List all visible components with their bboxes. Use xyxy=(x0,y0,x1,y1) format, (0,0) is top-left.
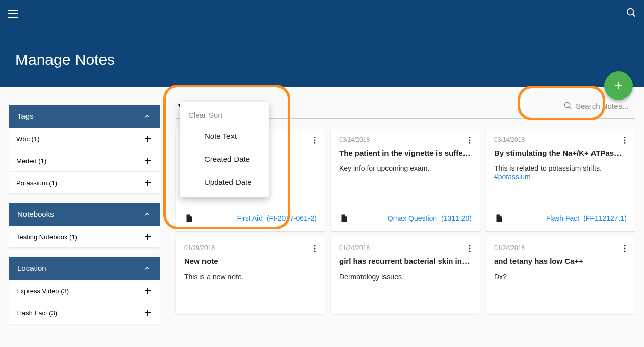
svg-point-22 xyxy=(469,140,471,141)
note-title: and tetany has low Ca++ xyxy=(494,257,627,265)
svg-point-23 xyxy=(469,142,471,144)
svg-point-20 xyxy=(314,142,316,144)
svg-point-21 xyxy=(469,137,471,138)
clear-sort[interactable]: Clear Sort xyxy=(180,106,269,125)
note-date: 01/24/2018 xyxy=(339,244,472,252)
hashtag[interactable]: #potassium xyxy=(494,172,531,181)
note-title: The patient in the vignette is suffe… xyxy=(339,148,472,157)
location-label: Flash Fact (3) xyxy=(16,309,57,317)
note-card[interactable]: 01/24/2018 and tetany has low Ca++ Dx? xyxy=(486,237,635,314)
more-icon[interactable] xyxy=(308,242,321,255)
note-body: Key info for upcoming exam. xyxy=(339,164,472,214)
source-name: Flash Fact xyxy=(546,214,579,222)
panel-title: Tags xyxy=(17,112,34,120)
more-icon[interactable] xyxy=(619,134,631,146)
add-note-button[interactable] xyxy=(604,71,633,100)
tag-item[interactable]: Meded (1) xyxy=(9,150,160,171)
plus-icon[interactable] xyxy=(143,134,152,143)
document-icon xyxy=(184,214,193,223)
note-body: Dx? xyxy=(494,272,627,306)
search-icon[interactable] xyxy=(626,7,637,18)
note-body: This is a new note. xyxy=(184,272,317,306)
note-source[interactable]: Flash Fact (FF112127.1) xyxy=(494,214,627,223)
note-body: This is related to potassium shifts. #po… xyxy=(494,164,627,214)
chevron-up-icon xyxy=(143,112,151,120)
svg-point-25 xyxy=(624,140,626,141)
more-icon[interactable] xyxy=(308,134,321,146)
panel-notebooks: Notebooks Testing Notebook (1) xyxy=(9,203,160,247)
sort-option-updated-date[interactable]: Updated Date xyxy=(180,170,269,193)
note-title: By stimulating the Na+/K+ ATPas… xyxy=(494,148,627,157)
panel-tags: Tags Wbc (1) Meded (1) Potassium (1) xyxy=(9,105,160,193)
panel-title: Location xyxy=(17,264,46,272)
svg-point-35 xyxy=(624,251,626,252)
plus-icon[interactable] xyxy=(143,232,152,241)
note-date: 01/24/2018 xyxy=(494,244,627,252)
note-title: New note xyxy=(184,257,317,265)
more-icon[interactable] xyxy=(619,242,631,255)
tag-label: Wbc (1) xyxy=(16,135,40,143)
svg-point-30 xyxy=(469,245,471,246)
svg-point-18 xyxy=(314,137,316,138)
chevron-up-icon xyxy=(143,264,151,272)
note-date: 01/29/2018 xyxy=(184,244,317,252)
source-name: Qmax Question xyxy=(388,214,437,222)
source-ref: (1311.20) xyxy=(441,214,472,222)
tag-label: Meded (1) xyxy=(16,157,46,165)
note-card[interactable]: 01/24/2018 girl has recurrent bacterial … xyxy=(331,237,480,314)
notebook-item[interactable]: Testing Notebook (1) xyxy=(9,226,160,247)
source-name: First Aid xyxy=(237,214,263,222)
source-ref: (FI-2017-061-2) xyxy=(267,214,317,222)
menu-icon[interactable] xyxy=(8,8,20,20)
search-input[interactable] xyxy=(576,102,632,110)
svg-point-26 xyxy=(624,142,626,144)
svg-point-27 xyxy=(314,245,316,246)
search-notes-wrap xyxy=(563,101,632,110)
plus-icon[interactable] xyxy=(143,178,152,187)
tag-label: Potassium (1) xyxy=(16,179,57,187)
chevron-up-icon xyxy=(143,210,151,218)
note-source[interactable]: Qmax Question (1311.20) xyxy=(339,214,472,223)
plus-icon[interactable] xyxy=(143,308,152,317)
document-icon xyxy=(494,214,503,223)
panel-header-tags[interactable]: Tags xyxy=(9,105,160,128)
content-area: Tags Wbc (1) Meded (1) Potassium (1) Not… xyxy=(9,105,635,347)
location-item[interactable]: Flash Fact (3) xyxy=(9,302,160,324)
sort-menu: Clear Sort Note Text Created Date Update… xyxy=(180,102,269,197)
note-source[interactable]: First Aid (FI-2017-061-2) xyxy=(184,214,317,223)
note-card[interactable]: 01/29/2018 New note This is a new note. xyxy=(176,237,325,314)
note-date: 03/14/2018 xyxy=(494,136,627,143)
note-title: girl has recurrent bacterial skin in… xyxy=(339,257,472,265)
app-header: Manage Notes xyxy=(0,0,644,87)
panel-header-location[interactable]: Location xyxy=(9,257,160,280)
note-card[interactable]: 03/14/2018 By stimulating the Na+/K+ ATP… xyxy=(486,129,635,231)
note-date: 03/14/2018 xyxy=(339,136,472,143)
source-ref: (FF112127.1) xyxy=(583,214,627,222)
tag-item[interactable]: Potassium (1) xyxy=(9,171,160,193)
plus-icon[interactable] xyxy=(143,286,152,295)
more-icon[interactable] xyxy=(463,242,476,255)
svg-point-33 xyxy=(624,245,626,246)
sidebar: Tags Wbc (1) Meded (1) Potassium (1) Not… xyxy=(9,105,160,347)
page-title: Manage Notes xyxy=(15,51,115,68)
svg-line-1 xyxy=(633,14,635,17)
search-icon xyxy=(563,101,573,110)
sort-option-created-date[interactable]: Created Date xyxy=(180,147,269,170)
tag-item[interactable]: Wbc (1) xyxy=(9,128,160,150)
svg-point-19 xyxy=(314,140,316,141)
svg-point-29 xyxy=(314,251,316,252)
note-body: Dermatology issues. xyxy=(339,272,472,306)
more-icon[interactable] xyxy=(463,134,476,146)
panel-location: Location Express Video (3) Flash Fact (3… xyxy=(9,257,160,324)
svg-point-16 xyxy=(564,102,570,108)
sort-option-note-text[interactable]: Note Text xyxy=(180,125,269,147)
document-icon xyxy=(339,214,348,223)
svg-point-34 xyxy=(624,248,626,250)
panel-header-notebooks[interactable]: Notebooks xyxy=(9,203,160,226)
svg-point-31 xyxy=(469,248,471,250)
svg-point-0 xyxy=(627,9,634,15)
panel-title: Notebooks xyxy=(17,210,54,218)
note-card[interactable]: 03/14/2018 The patient in the vignette i… xyxy=(331,129,480,231)
location-item[interactable]: Express Video (3) xyxy=(9,280,160,302)
plus-icon[interactable] xyxy=(143,156,152,165)
